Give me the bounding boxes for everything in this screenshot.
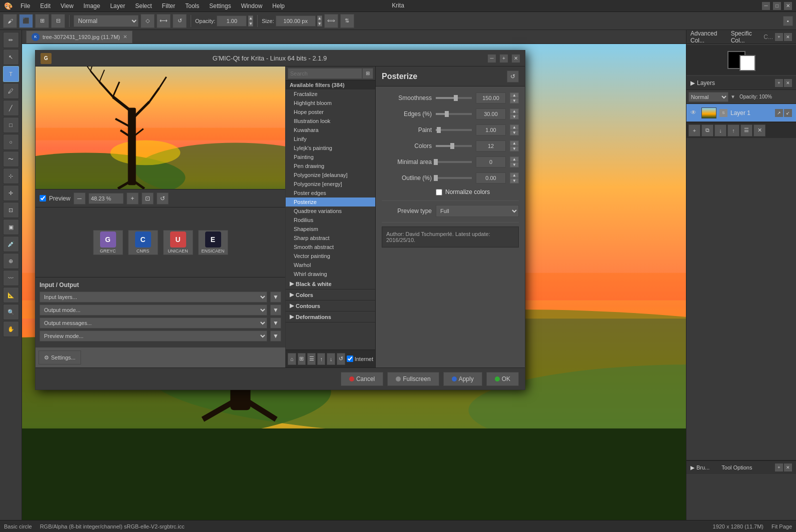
- tool-move[interactable]: ✛: [3, 185, 19, 201]
- filter-group-colors[interactable]: ▶ Colors: [286, 290, 375, 300]
- layer-action-2[interactable]: ↙: [784, 109, 792, 117]
- filter-sharp-abstract[interactable]: Sharp abstract: [286, 234, 375, 242]
- filter-smooth-abstract[interactable]: Smooth abstract: [286, 242, 375, 252]
- filter-up-button[interactable]: ↑: [317, 353, 326, 365]
- filter-hope-poster[interactable]: Hope poster: [286, 108, 375, 116]
- input-layers-select[interactable]: Input layers...: [40, 292, 267, 302]
- opacity-input[interactable]: [217, 16, 247, 26]
- preview-type-select[interactable]: Full: [436, 205, 519, 217]
- preview-mode-select[interactable]: Preview mode...: [40, 330, 267, 342]
- layers-up[interactable]: ↑: [727, 124, 739, 136]
- edges-up[interactable]: ▲: [510, 108, 519, 114]
- input-layers-btn[interactable]: ▼: [270, 292, 281, 302]
- brush-presets-header[interactable]: ▶ Bru... Tool Options + ✕: [686, 461, 796, 474]
- tool-fill[interactable]: ▣: [3, 219, 19, 235]
- smoothness-slider[interactable]: [436, 94, 472, 102]
- layer-action-1[interactable]: ↗: [775, 109, 783, 117]
- filter-expand-button[interactable]: ⊞: [298, 353, 306, 365]
- blend-mode-select[interactable]: Normal: [74, 15, 139, 27]
- new-brush-icon[interactable]: 🖌: [3, 14, 17, 28]
- panel-toggle-icon[interactable]: ▪: [783, 16, 793, 26]
- output-messages-select[interactable]: Output messages...: [40, 318, 267, 328]
- outline-slider[interactable]: [436, 174, 472, 182]
- preview-checkbox[interactable]: [40, 195, 46, 202]
- colors-up[interactable]: ▲: [510, 140, 519, 146]
- filter-kuwahara[interactable]: Kuwahara: [286, 126, 375, 134]
- filter-group-deformations[interactable]: ▶ Deformations: [286, 312, 375, 322]
- filter-posterize[interactable]: Posterize: [286, 198, 375, 206]
- blend-icon[interactable]: ◇: [141, 14, 155, 28]
- tool-clone[interactable]: ⊕: [3, 253, 19, 269]
- filter-polygonize-energy[interactable]: Polygonize [energy]: [286, 180, 375, 188]
- menu-layer[interactable]: Layer: [108, 2, 127, 10]
- minimal-area-up[interactable]: ▲: [510, 156, 519, 162]
- filter-refresh-button[interactable]: ↺: [337, 353, 345, 365]
- filter-highlight-bloom[interactable]: Highlight bloom: [286, 98, 375, 108]
- menu-select[interactable]: Select: [133, 2, 154, 10]
- refresh-icon[interactable]: ↺: [173, 14, 187, 28]
- filter-lylejk[interactable]: Lylejk's painting: [286, 144, 375, 152]
- zoom-out-button[interactable]: ─: [74, 192, 86, 204]
- output-messages-btn[interactable]: ▼: [270, 318, 281, 328]
- filter-search-button[interactable]: ⊞: [362, 68, 373, 79]
- collapse-icon[interactable]: ▶: [690, 80, 695, 86]
- normalize-colors-checkbox[interactable]: [436, 189, 442, 196]
- menu-view[interactable]: View: [59, 2, 76, 10]
- tool-paint[interactable]: T: [3, 66, 19, 82]
- refresh-preview-button[interactable]: ↺: [157, 192, 169, 204]
- settings-button[interactable]: ⚙ Settings...: [39, 350, 81, 364]
- layers-delete[interactable]: ✕: [753, 124, 765, 136]
- menu-settings[interactable]: Settings: [207, 2, 233, 10]
- gmic-close[interactable]: ✕: [512, 54, 520, 62]
- filter-painting[interactable]: Painting: [286, 152, 375, 162]
- output-mode-btn[interactable]: ▼: [270, 304, 281, 316]
- opacity-down[interactable]: ▼: [248, 21, 253, 26]
- flip-h-icon[interactable]: ⟺: [324, 14, 338, 28]
- grid2-icon[interactable]: ⊟: [51, 14, 65, 28]
- filter-down-button[interactable]: ↓: [327, 353, 335, 365]
- filter-linify[interactable]: Linify: [286, 134, 375, 144]
- flip-v-icon[interactable]: ⇅: [340, 14, 354, 28]
- minimal-area-slider[interactable]: [436, 158, 472, 166]
- brush-presets-collapse[interactable]: ▶: [690, 464, 694, 471]
- size-down[interactable]: ▼: [317, 21, 322, 26]
- gmic-maximize[interactable]: +: [500, 54, 508, 62]
- cancel-button[interactable]: Cancel: [341, 372, 383, 386]
- zoom-input[interactable]: [89, 193, 124, 204]
- output-mode-select[interactable]: Output mode...: [40, 304, 267, 316]
- edges-down[interactable]: ▼: [510, 114, 519, 120]
- tool-rect[interactable]: □: [3, 117, 19, 133]
- filter-warhol[interactable]: Warhol: [286, 260, 375, 270]
- brush-presets-add[interactable]: +: [775, 464, 783, 472]
- brush-presets-close[interactable]: ✕: [784, 464, 792, 472]
- filter-list-button[interactable]: ☰: [307, 353, 316, 365]
- file-tab[interactable]: K tree-3072431_1920.jpg (11.7M) ✕: [26, 30, 133, 44]
- menu-window[interactable]: Window: [239, 2, 265, 10]
- menu-filter[interactable]: Filter: [160, 2, 178, 10]
- maximize-button[interactable]: □: [773, 2, 781, 10]
- tool-pointer[interactable]: ↖: [3, 49, 19, 65]
- filter-search-input[interactable]: [288, 68, 362, 79]
- tool-pan[interactable]: ✋: [3, 321, 19, 337]
- paint-slider[interactable]: [436, 126, 472, 134]
- edges-slider[interactable]: [436, 110, 472, 118]
- filter-polygonize-delaunay[interactable]: Polygonize [delaunay]: [286, 170, 375, 180]
- paint-down[interactable]: ▼: [510, 130, 519, 136]
- layers-menu[interactable]: ☰: [740, 124, 752, 136]
- filter-illustration-look[interactable]: Illustration look: [286, 116, 375, 126]
- advanced-colors-add[interactable]: +: [775, 33, 783, 41]
- layer-row[interactable]: 👁 S Layer 1 ↗ ↙: [686, 104, 796, 122]
- filter-group-black-white[interactable]: ▶ Black & white: [286, 278, 375, 290]
- ok-button[interactable]: OK: [486, 372, 519, 386]
- grid-icon[interactable]: ⊞: [35, 14, 49, 28]
- filter-quadtree[interactable]: Quadtree variations: [286, 206, 375, 216]
- minimize-button[interactable]: ─: [762, 2, 770, 10]
- close-button[interactable]: ✕: [784, 2, 792, 10]
- tool-zoom[interactable]: 🔍: [3, 304, 19, 320]
- outline-down[interactable]: ▼: [510, 178, 519, 184]
- size-up[interactable]: ▲: [317, 16, 322, 21]
- smoothness-up[interactable]: ▲: [510, 92, 519, 98]
- tool-crop[interactable]: ⊡: [3, 202, 19, 218]
- apply-button[interactable]: Apply: [443, 372, 482, 386]
- tool-paint2[interactable]: 🖊: [3, 83, 19, 99]
